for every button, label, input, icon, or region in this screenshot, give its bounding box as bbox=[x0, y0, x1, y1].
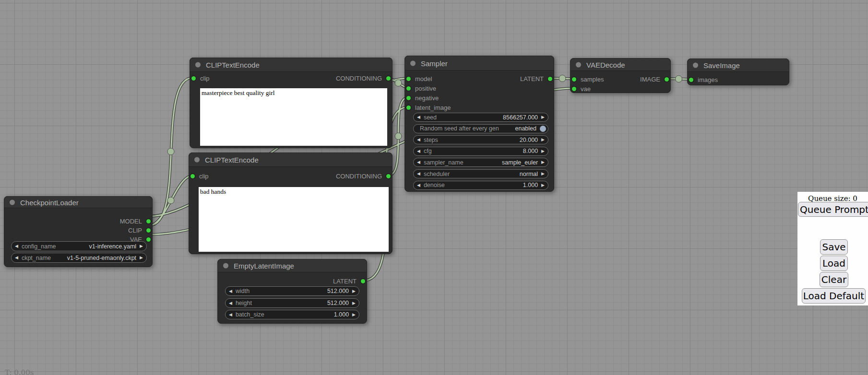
input-dot-icon[interactable] bbox=[191, 76, 196, 81]
output-port-clip[interactable]: CLIP bbox=[128, 227, 151, 234]
node-title-bar[interactable]: CLIPTextEncode bbox=[190, 58, 392, 72]
output-dot-icon[interactable] bbox=[361, 279, 365, 283]
node-title: CLIPTextEncode bbox=[205, 156, 259, 164]
input-dot-icon[interactable] bbox=[406, 77, 411, 81]
input-dot-icon[interactable] bbox=[406, 105, 411, 110]
node-save-image[interactable]: SaveImage images bbox=[687, 59, 789, 85]
decrement-arrow-icon[interactable]: ◀ bbox=[12, 244, 22, 248]
node-sampler[interactable]: Sampler model positive negative latent_i… bbox=[404, 56, 554, 192]
increment-arrow-icon[interactable]: ▶ bbox=[538, 138, 548, 142]
collapse-toggle-icon[interactable] bbox=[693, 63, 698, 68]
node-title-bar[interactable]: SaveImage bbox=[687, 59, 789, 72]
input-port-model[interactable]: model bbox=[406, 75, 432, 82]
collapse-toggle-icon[interactable] bbox=[194, 157, 200, 163]
output-dot-icon[interactable] bbox=[386, 76, 391, 81]
decrement-arrow-icon[interactable]: ◀ bbox=[414, 183, 424, 188]
decrement-arrow-icon[interactable]: ◀ bbox=[414, 172, 424, 176]
decrement-arrow-icon[interactable]: ◀ bbox=[414, 160, 424, 164]
widget-seed[interactable]: ◀ seed 8566257.000 ▶ bbox=[413, 113, 548, 122]
decrement-arrow-icon[interactable]: ◀ bbox=[414, 138, 424, 142]
prompt-textarea[interactable]: bad hands bbox=[199, 187, 389, 252]
input-port-images[interactable]: images bbox=[689, 76, 718, 83]
node-empty-latent-image[interactable]: EmptyLatentImage LATENT ◀ width 512.000 … bbox=[217, 259, 367, 324]
widget-steps[interactable]: ◀ steps 20.000 ▶ bbox=[413, 135, 548, 144]
widget-width[interactable]: ◀ width 512.000 ▶ bbox=[225, 286, 359, 296]
decrement-arrow-icon[interactable]: ◀ bbox=[226, 301, 236, 305]
output-port-conditioning[interactable]: CONDITIONING bbox=[336, 173, 391, 180]
increment-arrow-icon[interactable]: ▶ bbox=[136, 256, 146, 260]
input-dot-icon[interactable] bbox=[572, 77, 576, 82]
save-button[interactable]: Save bbox=[820, 239, 848, 255]
node-title-bar[interactable]: CLIPTextEncode bbox=[189, 152, 392, 167]
collapse-toggle-icon[interactable] bbox=[410, 60, 416, 66]
widget-height[interactable]: ◀ height 512.000 ▶ bbox=[225, 298, 359, 308]
widget-cfg[interactable]: ◀ cfg 8.000 ▶ bbox=[413, 147, 548, 156]
input-dot-icon[interactable] bbox=[406, 96, 411, 100]
output-port-model[interactable]: MODEL bbox=[120, 218, 151, 225]
collapse-toggle-icon[interactable] bbox=[223, 263, 228, 269]
widget-ckpt-name[interactable]: ◀ ckpt_name v1-5-pruned-emaonly.ckpt ▶ bbox=[11, 253, 147, 263]
input-port-latent-image[interactable]: latent_image bbox=[406, 104, 451, 111]
input-port-negative[interactable]: negative bbox=[406, 94, 439, 102]
widget-denoise[interactable]: ◀ denoise 1.000 ▶ bbox=[413, 181, 548, 190]
increment-arrow-icon[interactable]: ▶ bbox=[538, 160, 548, 164]
collapse-toggle-icon[interactable] bbox=[195, 62, 201, 68]
widget-sampler-name[interactable]: ◀ sampler_name sample_euler ▶ bbox=[413, 158, 548, 167]
increment-arrow-icon[interactable]: ▶ bbox=[538, 149, 548, 153]
widget-batch-size[interactable]: ◀ batch_size 1.000 ▶ bbox=[225, 310, 359, 319]
input-port-vae[interactable]: vae bbox=[572, 85, 591, 93]
output-dot-icon[interactable] bbox=[665, 77, 669, 82]
input-port-samples[interactable]: samples bbox=[572, 76, 604, 83]
widget-value: 1.000 bbox=[523, 182, 538, 188]
decrement-arrow-icon[interactable]: ◀ bbox=[226, 289, 236, 293]
node-vae-decode[interactable]: VAEDecode samples IMAGE vae bbox=[570, 58, 671, 93]
node-checkpoint-loader[interactable]: CheckpointLoader MODEL CLIP VAE ◀ config… bbox=[4, 196, 153, 267]
increment-arrow-icon[interactable]: ▶ bbox=[538, 172, 548, 176]
increment-arrow-icon[interactable]: ▶ bbox=[349, 289, 359, 293]
decrement-arrow-icon[interactable]: ◀ bbox=[12, 256, 22, 260]
node-clip-text-encode-negative[interactable]: CLIPTextEncode clip CONDITIONING bad han… bbox=[189, 152, 392, 254]
output-port-latent[interactable]: LATENT bbox=[520, 75, 552, 82]
widget-scheduler[interactable]: ◀ scheduler normal ▶ bbox=[413, 169, 548, 178]
widget-random-seed-toggle[interactable]: Random seed after every gen enabled bbox=[413, 124, 548, 133]
output-dot-icon[interactable] bbox=[146, 219, 151, 223]
output-dot-icon[interactable] bbox=[386, 174, 391, 178]
widget-config-name[interactable]: ◀ config_name v1-inference.yaml ▶ bbox=[11, 241, 147, 251]
increment-arrow-icon[interactable]: ▶ bbox=[538, 115, 548, 119]
toggle-state-icon[interactable] bbox=[540, 126, 546, 132]
increment-arrow-icon[interactable]: ▶ bbox=[136, 244, 146, 248]
load-default-button[interactable]: Load Default bbox=[802, 288, 866, 304]
node-clip-text-encode-positive[interactable]: CLIPTextEncode clip CONDITIONING masterp… bbox=[190, 58, 392, 148]
output-port-image[interactable]: IMAGE bbox=[640, 76, 669, 83]
input-dot-icon[interactable] bbox=[406, 86, 411, 91]
clear-button[interactable]: Clear bbox=[820, 272, 848, 287]
output-port-conditioning[interactable]: CONDITIONING bbox=[336, 75, 391, 82]
node-title-bar[interactable]: CheckpointLoader bbox=[4, 196, 153, 208]
increment-arrow-icon[interactable]: ▶ bbox=[349, 301, 359, 305]
output-dot-icon[interactable] bbox=[548, 77, 552, 81]
prompt-textarea[interactable]: masterpiece best quality girl bbox=[200, 88, 387, 146]
input-port-clip[interactable]: clip bbox=[190, 173, 209, 180]
menu-panel: Queue size: 0 Queue Prompt Save Load Cle… bbox=[797, 192, 868, 305]
input-dot-icon[interactable] bbox=[689, 78, 693, 82]
input-port-positive[interactable]: positive bbox=[406, 85, 436, 92]
input-dot-icon[interactable] bbox=[572, 87, 576, 91]
decrement-arrow-icon[interactable]: ◀ bbox=[414, 149, 424, 153]
queue-prompt-button[interactable]: Queue Prompt bbox=[798, 202, 868, 217]
output-port-latent[interactable]: LATENT bbox=[333, 278, 365, 285]
load-button[interactable]: Load bbox=[820, 256, 848, 271]
increment-arrow-icon[interactable]: ▶ bbox=[349, 313, 359, 317]
increment-arrow-icon[interactable]: ▶ bbox=[538, 183, 548, 188]
output-dot-icon[interactable] bbox=[146, 237, 151, 242]
output-dot-icon[interactable] bbox=[146, 228, 151, 233]
node-title-bar[interactable]: EmptyLatentImage bbox=[217, 259, 367, 272]
input-port-clip[interactable]: clip bbox=[191, 75, 210, 82]
decrement-arrow-icon[interactable]: ◀ bbox=[414, 115, 424, 119]
graph-canvas[interactable]: CheckpointLoader MODEL CLIP VAE ◀ config… bbox=[0, 0, 868, 375]
decrement-arrow-icon[interactable]: ◀ bbox=[226, 313, 236, 317]
input-dot-icon[interactable] bbox=[190, 174, 195, 178]
node-title-bar[interactable]: Sampler bbox=[404, 56, 554, 70]
collapse-toggle-icon[interactable] bbox=[576, 62, 581, 67]
node-title-bar[interactable]: VAEDecode bbox=[570, 58, 671, 71]
collapse-toggle-icon[interactable] bbox=[10, 199, 15, 205]
